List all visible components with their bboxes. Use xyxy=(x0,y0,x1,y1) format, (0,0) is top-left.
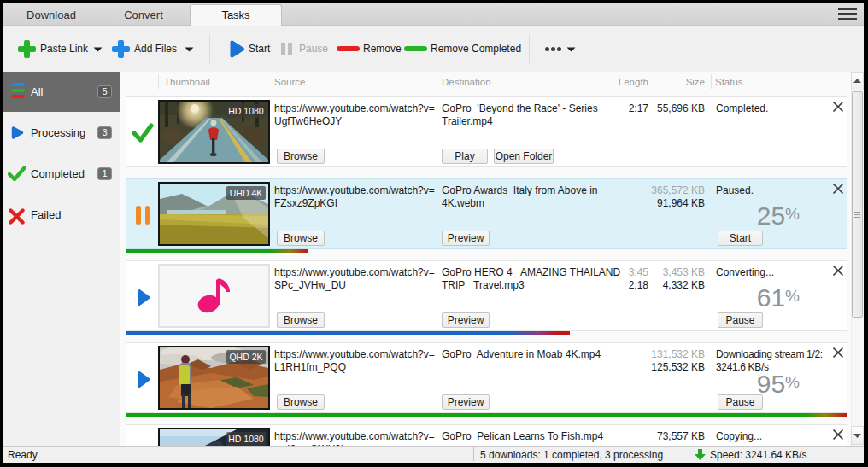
svg-text:UHD 4K: UHD 4K xyxy=(230,188,263,198)
svg-text:HD 1080: HD 1080 xyxy=(228,434,264,444)
svg-text:QHD 2K: QHD 2K xyxy=(229,352,262,362)
svg-text:HD 1080: HD 1080 xyxy=(228,106,264,116)
